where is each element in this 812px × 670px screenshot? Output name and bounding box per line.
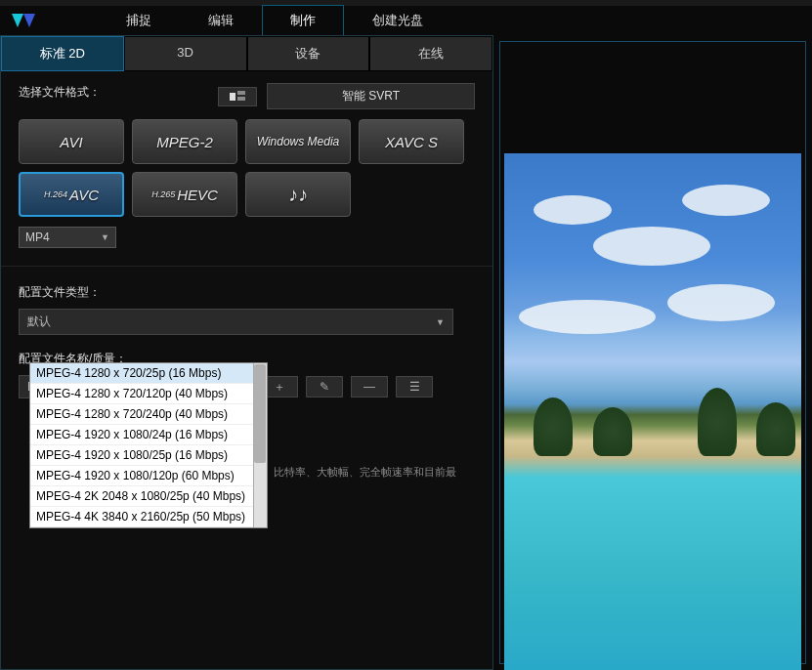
svg-marker-0 <box>12 14 23 27</box>
preview-panel <box>493 35 812 670</box>
app-logo-icon <box>10 10 39 31</box>
tab-3d[interactable]: 3D <box>124 36 247 71</box>
dropdown-scrollbar[interactable] <box>253 363 267 527</box>
profile-option[interactable]: MPEG-4 1920 x 1080/25p (16 Mbps) <box>30 445 267 466</box>
profile-details-button[interactable]: ☰ <box>396 376 433 398</box>
chevron-down-icon: ▼ <box>101 232 109 242</box>
profile-option[interactable]: MPEG-4 1280 x 720/25p (16 Mbps) <box>30 363 267 384</box>
edit-profile-button[interactable]: ✎ <box>306 376 343 398</box>
tab-device[interactable]: 设备 <box>247 36 370 71</box>
profile-option[interactable]: MPEG-4 1920 x 1080/24p (16 Mbps) <box>30 425 267 445</box>
svg-rect-4 <box>237 97 245 101</box>
profile-dropdown[interactable]: MPEG-4 1280 x 720/25p (16 Mbps) MPEG-4 1… <box>29 362 268 528</box>
profile-hint-text: 比特率、大帧幅、完全帧速率和目前最 <box>274 465 479 480</box>
scrollbar-thumb[interactable] <box>254 364 266 463</box>
video-preview <box>504 153 801 670</box>
format-grid: AVI MPEG-2 Windows Media XAVC S H.264AVC… <box>19 119 475 217</box>
file-format-label: 选择文件格式： <box>19 84 101 101</box>
nav-tab-create-disc[interactable]: 创建光盘 <box>344 5 451 36</box>
remove-profile-button[interactable]: — <box>351 376 388 398</box>
nav-tab-capture[interactable]: 捕捉 <box>98 5 180 36</box>
nav-tab-edit[interactable]: 编辑 <box>180 5 262 36</box>
main-nav: 捕捉 编辑 制作 创建光盘 <box>98 5 451 36</box>
profile-option[interactable]: MPEG-4 1920 x 1080/120p (60 Mbps) <box>30 466 267 486</box>
nav-tab-produce[interactable]: 制作 <box>262 5 344 36</box>
settings-panel: 标准 2D 3D 设备 在线 选择文件格式： 智能 SVRT AVI MPEG-… <box>0 35 493 670</box>
format-avi[interactable]: AVI <box>19 119 124 164</box>
format-audio[interactable]: ♪♪ <box>245 172 351 217</box>
profile-option[interactable]: MPEG-4 1280 x 720/120p (40 Mbps) <box>30 384 267 404</box>
output-mode-tabs: 标准 2D 3D 设备 在线 <box>1 36 492 71</box>
profile-type-label: 配置文件类型： <box>19 284 475 301</box>
chevron-down-icon: ▼ <box>436 317 445 327</box>
container-select[interactable]: MP4 ▼ <box>19 227 116 248</box>
format-xavcs[interactable]: XAVC S <box>359 119 464 164</box>
format-h264-avc[interactable]: H.264AVC <box>19 172 124 217</box>
format-h265-hevc[interactable]: H.265HEVC <box>132 172 237 217</box>
svrt-icon[interactable] <box>218 87 257 106</box>
profile-type-select[interactable]: 默认 ▼ <box>19 309 453 335</box>
smart-svrt-button[interactable]: 智能 SVRT <box>267 83 475 109</box>
profile-option[interactable]: MPEG-4 2K 2048 x 1080/25p (40 Mbps) <box>30 486 267 507</box>
format-mpeg2[interactable]: MPEG-2 <box>132 119 237 164</box>
svg-rect-2 <box>230 93 235 101</box>
profile-option[interactable]: MPEG-4 1280 x 720/240p (40 Mbps) <box>30 404 267 425</box>
svg-marker-1 <box>23 14 35 27</box>
format-wmv[interactable]: Windows Media <box>245 119 351 164</box>
tab-online[interactable]: 在线 <box>369 36 492 71</box>
profile-option[interactable]: MPEG-4 4K 3840 x 2160/25p (50 Mbps) <box>30 507 267 527</box>
svg-rect-3 <box>237 91 245 95</box>
tab-standard-2d[interactable]: 标准 2D <box>1 36 124 71</box>
